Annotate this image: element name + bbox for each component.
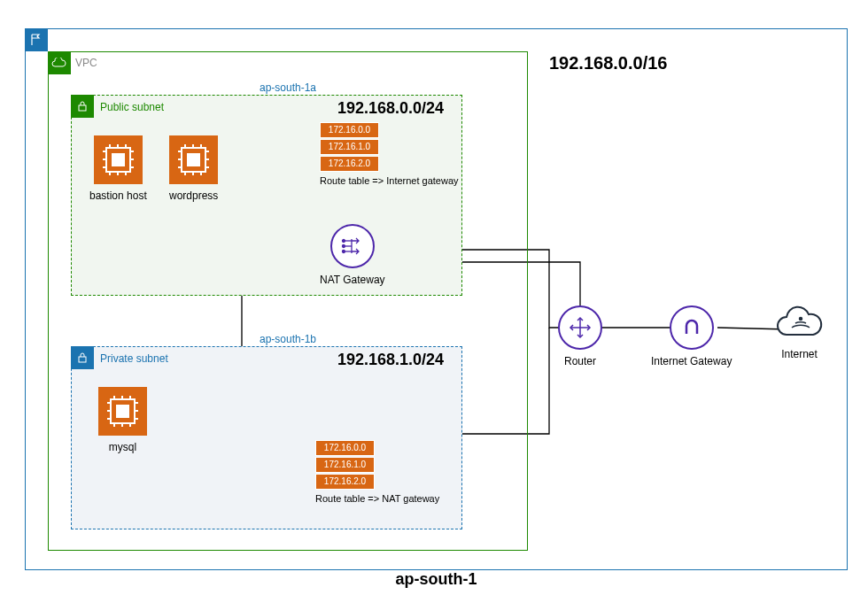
route-tag: 172.16.1.0	[320, 139, 379, 155]
private-route-caption: Route table => NAT gateway	[315, 493, 439, 504]
public-subnet-cidr: 192.168.0.0/24	[337, 99, 444, 118]
svg-rect-0	[79, 105, 86, 111]
svg-rect-16	[187, 153, 200, 166]
vpc-boundary: VPC ap-south-1a Public subnet 192.168.0.…	[48, 51, 528, 551]
internet-cloud-icon	[771, 299, 828, 345]
nat-gateway-label: NAT Gateway	[320, 274, 385, 286]
nat-gateway-icon	[330, 224, 375, 268]
az1-label: ap-south-1a	[260, 81, 316, 94]
ec2-icon	[169, 135, 218, 184]
route-tag: 172.16.2.0	[320, 156, 379, 172]
svg-rect-2	[112, 153, 125, 166]
az2-label: ap-south-1b	[260, 333, 316, 345]
private-subnet-cidr: 192.168.1.0/24	[337, 351, 444, 369]
svg-rect-35	[79, 357, 86, 362]
vpc-cloud-icon	[48, 51, 71, 74]
svg-rect-37	[116, 405, 129, 418]
route-tag: 172.16.0.0	[315, 440, 375, 456]
region-label: ap-south-1	[396, 570, 477, 589]
wordpress-instance: wordpress	[169, 135, 218, 202]
private-route-table: 172.16.0.0 172.16.1.0 172.16.2.0 Route t…	[315, 440, 439, 504]
route-tag: 172.16.2.0	[315, 474, 375, 490]
ec2-icon	[94, 135, 143, 184]
svg-point-52	[800, 318, 802, 321]
mysql-instance: mysql	[98, 387, 147, 453]
public-route-table: 172.16.0.0 172.16.1.0 172.16.2.0 Route t…	[320, 122, 459, 186]
vpc-cidr: 192.168.0.0/16	[549, 53, 667, 73]
vpc-label: VPC	[75, 57, 97, 69]
public-route-caption: Route table => Internet gateway	[320, 175, 459, 186]
bastion-label: bastion host	[89, 189, 147, 202]
private-subnet-icon	[71, 346, 94, 369]
bastion-instance: bastion host	[89, 135, 147, 202]
region-flag-icon	[25, 28, 48, 51]
mysql-label: mysql	[98, 441, 147, 453]
private-subnet-label: Private subnet	[100, 352, 168, 365]
public-subnet-label: Public subnet	[100, 101, 164, 113]
ec2-icon	[98, 387, 147, 436]
router-node: Router	[558, 305, 602, 367]
route-tag: 172.16.0.0	[320, 122, 379, 138]
private-subnet-box: Private subnet 192.168.1.0/24 mysql 172.…	[71, 346, 462, 529]
router-icon	[558, 305, 602, 350]
public-subnet-icon	[71, 95, 94, 118]
svg-point-29	[342, 240, 345, 243]
internet-label: Internet	[771, 348, 828, 360]
nat-gateway-node: NAT Gateway	[320, 224, 385, 286]
public-subnet-box: Public subnet 192.168.0.0/24 bastion hos…	[71, 95, 462, 296]
svg-point-31	[342, 251, 345, 253]
igw-icon	[670, 305, 714, 350]
region-boundary: ap-south-1 VPC ap-south-1a Public subnet…	[25, 28, 848, 570]
igw-label: Internet Gateway	[651, 355, 732, 367]
igw-node: Internet Gateway	[651, 305, 732, 367]
svg-point-30	[342, 245, 345, 248]
router-label: Router	[558, 355, 602, 367]
route-tag: 172.16.1.0	[315, 457, 375, 473]
internet-node: Internet	[771, 299, 828, 360]
wordpress-label: wordpress	[169, 189, 218, 202]
